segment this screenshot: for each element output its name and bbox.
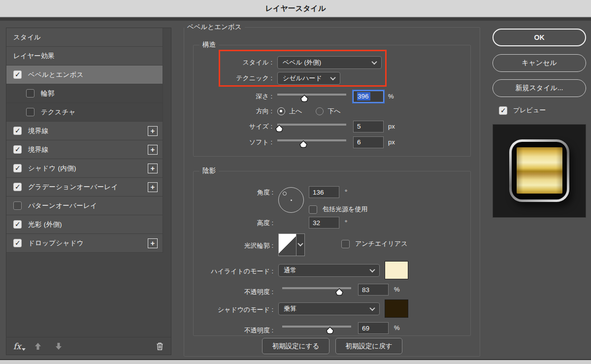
checkbox-unchecked[interactable] [13, 201, 22, 210]
add-effect-plus-button[interactable]: + [148, 126, 158, 136]
add-effect-plus-button[interactable]: + [148, 182, 158, 192]
angle-unit: ° [345, 188, 347, 196]
highlight-opacity-input[interactable]: 83 [358, 284, 389, 296]
depth-slider[interactable] [277, 91, 346, 102]
angle-dial-marker[interactable] [283, 192, 287, 196]
move-effect-down-icon[interactable] [55, 342, 63, 350]
size-slider[interactable] [277, 121, 346, 132]
sidebar-item-blending-options[interactable]: レイヤー効果 [6, 47, 163, 66]
angle-dial[interactable] [278, 187, 304, 213]
slider-track[interactable] [282, 326, 351, 328]
cancel-button[interactable]: キャンセル [492, 54, 586, 72]
gloss-contour-picker[interactable] [278, 233, 305, 256]
slider-track[interactable] [277, 139, 346, 141]
style-dropdown[interactable]: ベベル (外側) [277, 56, 382, 69]
antialias-checkbox[interactable] [341, 240, 350, 248]
sidebar-item-drop-shadow[interactable]: ドロップシャドウ + [6, 234, 163, 253]
highlight-opacity-unit: % [394, 286, 400, 293]
sidebar-item-texture[interactable]: テクスチャ [6, 103, 163, 122]
sidebar-item-pattern-overlay[interactable]: パターンオーバーレイ [6, 197, 163, 215]
size-input[interactable]: 5 [353, 121, 384, 132]
delete-effect-trash-icon[interactable] [156, 342, 164, 351]
sidebar-item-contour[interactable]: 輪郭 [6, 84, 163, 103]
checkbox-unchecked[interactable] [26, 89, 34, 98]
sidebar-item-gradient-overlay[interactable]: グラデーションオーバーレイ + [6, 178, 163, 197]
depth-input[interactable]: 396 [353, 91, 384, 102]
bevel-emboss-panel: ベベルとエンボス 構造 スタイル : ベベル (外側) テクニック : シゼルハ… [184, 23, 480, 357]
add-effect-plus-button[interactable]: + [148, 238, 158, 248]
sidebar-item-label: 境界線 [28, 145, 148, 154]
soften-value: 6 [357, 138, 361, 146]
checkbox-checked[interactable] [13, 127, 22, 135]
global-light-checkbox[interactable] [309, 205, 317, 214]
checkbox-checked[interactable] [13, 183, 22, 191]
reset-default-button[interactable]: 初期設定に戻す [335, 338, 402, 354]
shadow-opacity-input[interactable]: 69 [358, 322, 389, 334]
checkbox-checked[interactable] [13, 164, 22, 172]
checkbox-checked[interactable] [13, 220, 22, 229]
highlight-opacity-value: 83 [362, 286, 369, 294]
style-label: スタイル : [199, 58, 272, 67]
add-effect-plus-button[interactable]: + [148, 164, 158, 173]
direction-row: 方向 : 上へ 下へ [199, 105, 464, 117]
shading-group: 陰影 角度 : 136 ° 包括光源を使用 高度 : 32 ° 光沢輪郭 : ア… [193, 166, 471, 336]
altitude-value: 32 [313, 219, 320, 227]
angle-value: 136 [313, 189, 324, 196]
global-light-label: 包括光源を使用 [323, 205, 367, 214]
sidebar-item-outer-glow[interactable]: 光彩 (外側) [6, 215, 163, 234]
depth-unit: % [388, 93, 394, 100]
sidebar-item-stroke-1[interactable]: 境界線 + [6, 122, 163, 140]
depth-row: 深さ : 396 % [199, 90, 464, 103]
shadow-opacity-slider[interactable] [282, 323, 351, 334]
altitude-input[interactable]: 32 [309, 217, 339, 229]
sidebar-item-label: 境界線 [28, 127, 148, 135]
sidebar-item-inner-shadow[interactable]: シャドウ (内側) + [6, 159, 163, 178]
checkbox-checked[interactable] [13, 239, 22, 247]
angle-dial-center [291, 199, 292, 201]
checkbox-unchecked[interactable] [26, 108, 34, 116]
shadow-mode-dropdown[interactable]: 乗算 [278, 302, 380, 315]
direction-label: 方向 : [199, 107, 272, 116]
new-style-button[interactable]: 新規スタイル... [492, 79, 586, 97]
slider-track[interactable] [277, 94, 346, 96]
contour-dropdown-chevron[interactable] [296, 233, 305, 256]
size-value: 5 [357, 123, 361, 130]
add-effect-plus-button[interactable]: + [148, 145, 158, 155]
technique-dropdown[interactable]: シゼルハード [277, 72, 340, 85]
sidebar-item-label: 光彩 (外側) [28, 220, 158, 229]
chevron-down-icon [330, 74, 335, 80]
soften-slider[interactable] [277, 137, 346, 148]
checkbox-checked[interactable] [13, 145, 22, 154]
direction-up-radio[interactable] [277, 107, 285, 115]
sidebar-item-label: ベベルとエンボス [28, 70, 158, 79]
slider-track[interactable] [277, 124, 346, 126]
shadow-color-swatch[interactable] [385, 299, 408, 318]
dialog-bottom-edge [0, 359, 591, 364]
move-effect-up-icon[interactable] [34, 342, 42, 350]
highlight-color-swatch[interactable] [385, 261, 408, 279]
preview-checkbox[interactable] [499, 106, 507, 115]
sidebar-item-stroke-2[interactable]: 境界線 + [6, 140, 163, 159]
fx-menu-button[interactable]: fx [13, 341, 21, 351]
contour-thumbnail[interactable] [278, 233, 296, 256]
slider-thumb[interactable] [300, 95, 309, 102]
slider-thumb[interactable] [326, 327, 334, 334]
slider-thumb[interactable] [275, 125, 284, 132]
global-light-row: 包括光源を使用 [309, 205, 367, 214]
sidebar-item-styles[interactable]: スタイル [6, 28, 163, 47]
slider-thumb[interactable] [299, 140, 308, 148]
highlight-opacity-slider[interactable] [282, 285, 351, 296]
direction-down-radio[interactable] [316, 107, 324, 115]
highlight-mode-dropdown[interactable]: 通常 [278, 264, 380, 277]
slider-thumb[interactable] [335, 288, 344, 296]
sidebar-item-bevel-emboss[interactable]: ベベルとエンボス [6, 66, 163, 84]
shadow-opacity-unit: % [394, 324, 400, 331]
sidebar-item-label: テクスチャ [41, 108, 158, 117]
soften-input[interactable]: 6 [353, 136, 384, 148]
make-default-button[interactable]: 初期設定にする [262, 338, 329, 354]
sidebar-item-label: レイヤー効果 [13, 52, 158, 61]
checkbox-checked[interactable] [13, 70, 22, 79]
effects-sidebar: スタイル レイヤー効果 ベベルとエンボス 輪郭 テクスチャ 境界線 + 境界線 … [6, 28, 171, 355]
ok-button[interactable]: OK [492, 29, 586, 46]
angle-input[interactable]: 136 [309, 186, 339, 198]
